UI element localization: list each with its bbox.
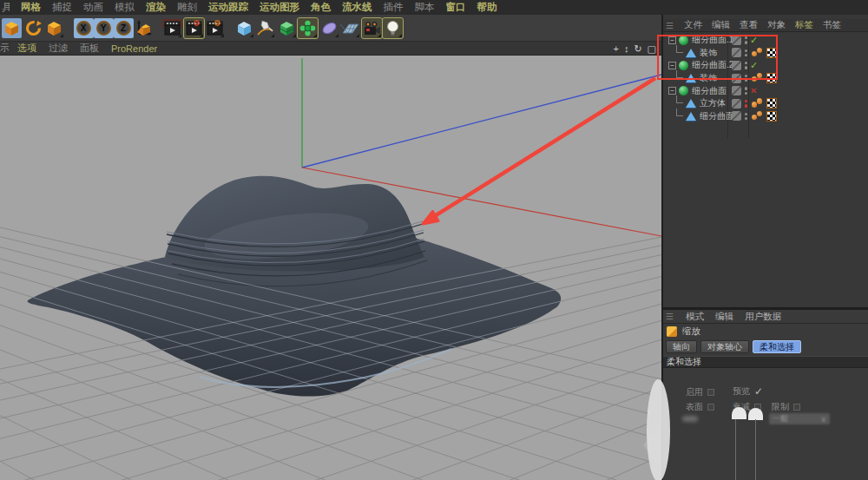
visibility-dots[interactable] [745,75,747,82]
object-manager-menu-item[interactable]: 对象 [767,19,786,31]
dolly-icon[interactable]: ↕ [624,42,629,56]
texture-tag-icon[interactable] [766,73,777,83]
last-used-tool-icon[interactable] [44,18,64,38]
lock-y-icon[interactable]: Y [94,18,114,38]
viewport-menu-item[interactable]: 过滤 [49,42,68,55]
surface-checkbox[interactable] [707,404,714,411]
visibility-dots[interactable] [745,87,747,95]
menubar-item[interactable]: 模拟 [115,1,135,14]
phong-tag-icon[interactable] [752,111,764,122]
object-label[interactable]: 装饰 [700,47,717,59]
object-row[interactable]: −细分曲面.1✓ [663,34,868,47]
subdivision-surface-icon[interactable] [277,18,297,38]
menubar-item[interactable]: 脚本 [415,1,435,14]
section-header[interactable]: 柔和选择 [663,356,868,368]
spline-pen-icon[interactable] [255,18,275,38]
expand-toggle[interactable]: − [668,62,676,69]
phong-tag-icon[interactable] [752,98,764,108]
pan-icon[interactable]: + [613,42,618,56]
cube-primitive-icon[interactable] [234,18,254,38]
deformer-icon[interactable] [319,18,339,38]
orbit-icon[interactable]: ↻ [634,42,641,56]
object-manager-menu-item[interactable]: 查看 [740,19,758,31]
menubar-item[interactable]: 窗口 [446,1,466,14]
menubar-item[interactable]: 网格 [21,1,41,14]
object-row[interactable]: 立方体 [663,97,868,110]
lock-x-icon[interactable]: X [74,18,94,38]
enabled-check-icon[interactable]: ✓ [750,35,758,46]
phong-tag-icon[interactable] [752,73,764,83]
attribute-tab[interactable]: 编辑 [715,311,733,323]
enable-checkbox[interactable] [707,389,714,396]
enabled-check-icon[interactable]: ✓ [750,60,758,71]
viewport-menu-item[interactable]: 选项 [17,42,36,55]
menubar-item[interactable]: 雕刻 [177,1,197,14]
light-icon[interactable] [383,18,403,38]
render-settings-icon[interactable]: ⚙ [205,18,225,38]
object-label[interactable]: 装饰 [700,72,717,84]
menubar-item[interactable]: 渲染 [146,1,166,14]
mode-button[interactable]: 轴向 [666,340,697,353]
edit-toggle-icon[interactable] [732,36,741,45]
mode-button[interactable]: 柔和选择 [753,340,801,353]
visibility-dots[interactable] [745,36,747,44]
rotate-tool-icon[interactable] [23,18,43,38]
menubar-item[interactable]: 帮助 [477,1,497,14]
floor-environment-icon[interactable] [340,18,360,38]
object-label[interactable]: 细分曲面.2 [692,59,733,71]
render-view-icon[interactable] [162,18,182,38]
expand-toggle[interactable]: − [668,87,676,95]
menubar-item[interactable]: 具 [2,1,10,14]
mode-button[interactable]: 对象轴心 [700,340,749,353]
visibility-dots[interactable] [745,113,747,121]
scale-tool-icon[interactable] [2,18,22,38]
mograph-cloner-icon[interactable] [298,18,318,38]
object-manager-menu-item[interactable]: 书签 [823,19,841,31]
visibility-dots[interactable] [745,49,747,57]
object-row[interactable]: −细分曲面✕ [663,84,868,97]
object-row[interactable]: 装饰 [663,47,868,60]
object-row[interactable]: 装饰 [663,72,868,85]
texture-tag-icon[interactable] [766,111,777,122]
texture-tag-icon[interactable] [766,48,777,58]
attribute-tab[interactable]: 模式 [686,311,704,323]
visibility-dots[interactable] [745,62,747,69]
object-manager-menu-item[interactable]: 编辑 [712,19,730,31]
panel-grid-icon[interactable]: ☰ [666,21,674,30]
camera-icon[interactable] [362,18,382,38]
expand-toggle[interactable]: − [668,36,676,44]
lock-z-icon[interactable]: Z [114,18,134,38]
panel-grid-icon[interactable]: ☰ [666,312,674,321]
viewport-menu-item[interactable]: 面板 [80,42,99,55]
menubar-item[interactable]: 捕捉 [52,1,72,14]
limit-checkbox[interactable] [793,404,800,411]
menubar-item[interactable]: 动画 [83,1,103,14]
menubar-item[interactable]: 运动跟踪 [208,1,248,14]
object-label[interactable]: 细分曲面 [700,110,734,122]
edit-toggle-icon[interactable] [732,99,741,108]
menubar-item[interactable]: 运动图形 [260,1,299,14]
viewport-menu-item[interactable]: 示 [0,42,9,55]
falloff-curve-dome[interactable] [748,408,763,420]
phong-tag-icon[interactable] [752,48,764,58]
maximize-icon[interactable]: ▢ [648,42,656,56]
viewport-3d[interactable] [0,56,661,480]
menubar-item[interactable]: 流水线 [342,1,372,14]
object-label[interactable]: 立方体 [700,97,726,109]
edit-toggle-icon[interactable] [732,111,741,121]
render-picture-viewer-icon[interactable]: ⚙ [184,18,204,38]
falloff-curve-dome[interactable] [732,407,746,419]
viewport-menu-item[interactable]: ProRender [111,43,157,54]
falloff-dropdown[interactable]: 一般 ∨ [769,413,830,424]
object-label[interactable]: 细分曲面 [692,85,727,97]
object-row[interactable]: 细分曲面 [663,110,868,123]
menubar-item[interactable]: 角色 [311,1,331,14]
visibility-dots[interactable] [745,100,747,108]
preview-checkmark[interactable]: ✓ [754,385,763,398]
edit-toggle-icon[interactable] [732,61,741,70]
object-manager-menu-item[interactable]: 标签 [795,19,813,31]
edit-toggle-icon[interactable] [732,74,741,83]
object-label[interactable]: 细分曲面.1 [692,34,733,46]
coordinate-system-icon[interactable] [134,18,154,38]
object-row[interactable]: −细分曲面.2✓ [663,59,868,72]
